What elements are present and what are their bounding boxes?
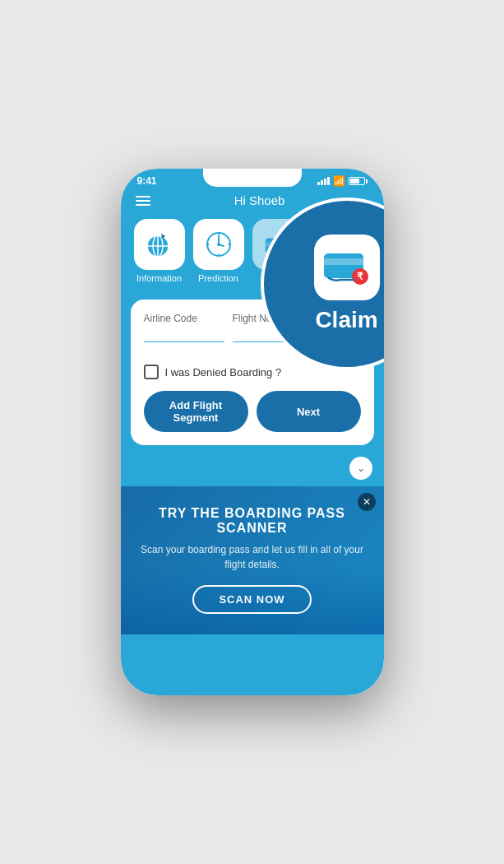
boarding-pass-section: ✕ TRY THE BOARDING PASS SCANNER Scan you… xyxy=(121,486,384,634)
prediction-icon-item[interactable]: Prediction xyxy=(193,219,244,283)
phone-notch xyxy=(203,169,302,187)
phone-screen: 9:41 📶 xyxy=(121,169,384,695)
battery-icon xyxy=(349,177,368,185)
information-icon-box xyxy=(134,219,185,270)
status-time: 9:41 xyxy=(137,175,157,187)
information-svg-icon xyxy=(143,228,176,261)
wifi-icon: 📶 xyxy=(333,175,345,187)
denied-boarding-checkbox[interactable] xyxy=(144,365,159,379)
signal-bars-icon xyxy=(317,177,330,185)
status-icons: 📶 xyxy=(317,175,368,187)
airline-code-field: Airline Code xyxy=(144,313,224,342)
hamburger-menu[interactable] xyxy=(136,196,150,206)
scroll-down-button[interactable]: ⌄ xyxy=(349,457,372,480)
main-content: Information xyxy=(121,214,384,634)
next-button[interactable]: Next xyxy=(257,391,361,432)
boarding-title: TRY THE BOARDING PASS SCANNER xyxy=(137,506,368,536)
scan-now-button[interactable]: SCAN NOW xyxy=(192,585,311,614)
denied-boarding-label: I was Denied Boarding ? xyxy=(165,366,282,379)
boarding-subtitle: Scan your boarding pass and let us fill … xyxy=(137,542,368,572)
form-button-row: Add Flight Segment Next xyxy=(144,391,361,432)
prediction-svg-icon xyxy=(202,228,235,261)
prediction-label: Prediction xyxy=(198,273,238,283)
airline-code-label: Airline Code xyxy=(144,313,224,324)
scroll-indicator: ⌄ xyxy=(121,453,384,486)
information-icon-item[interactable]: Information xyxy=(134,219,185,283)
airline-code-input[interactable] xyxy=(144,326,224,342)
claim-circle-icon-box: ₹ xyxy=(314,235,380,300)
claim-circle-label: Claim xyxy=(315,307,377,333)
svg-rect-18 xyxy=(324,258,363,265)
icon-section: Information xyxy=(121,214,384,291)
add-flight-segment-button[interactable]: Add Flight Segment xyxy=(144,391,248,432)
information-label: Information xyxy=(136,273,182,283)
phone-device: 9:41 📶 xyxy=(121,169,384,695)
svg-text:₹: ₹ xyxy=(357,271,363,282)
prediction-icon-box xyxy=(193,219,244,270)
svg-point-8 xyxy=(217,243,220,246)
claim-icon-svg: ₹ xyxy=(322,247,372,288)
